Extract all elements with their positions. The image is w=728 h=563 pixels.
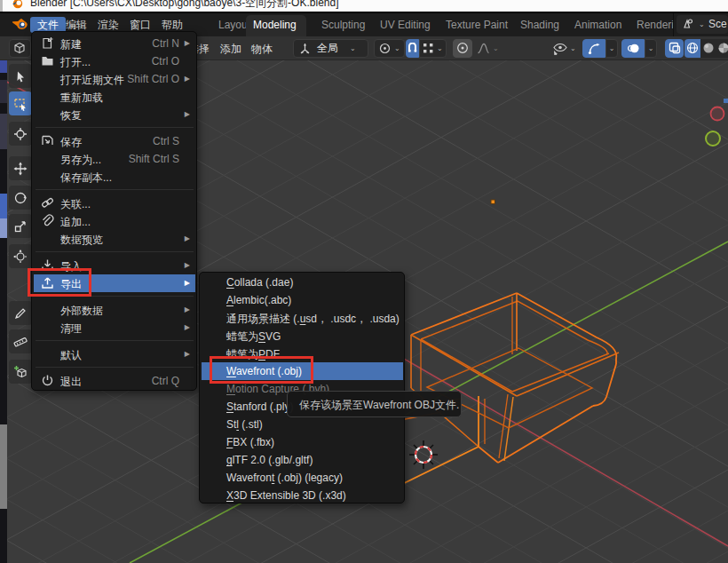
export-submenu-item-3[interactable]: 蜡笔为SVG [202, 327, 403, 345]
file-menu-item-7[interactable]: 另存为...Shift Ctrl S [34, 150, 195, 168]
annotate-tool[interactable] [9, 301, 32, 325]
file-menu-item-20[interactable]: 默认▶ [34, 345, 195, 363]
file-menu-item-2[interactable]: 打开近期文件Shift Ctrl O▶ [34, 70, 195, 88]
transform-tool-icon [13, 250, 28, 264]
gizmo-axis-x[interactable] [711, 107, 724, 121]
add-cube-tool[interactable] [9, 360, 32, 384]
overlays-icon [627, 42, 640, 55]
proportional-editing-toggle[interactable] [453, 39, 472, 58]
menu-separator [36, 189, 194, 190]
move-tool-icon [13, 162, 28, 176]
file-menu-item-12[interactable]: 数据预览▶ [34, 230, 195, 248]
file-menu-item-18[interactable]: 清理▶ [34, 319, 195, 337]
open-folder-icon [41, 54, 55, 68]
menu-add[interactable]: 添加 [220, 42, 241, 57]
workspace-tab-uv-editing[interactable]: UV Editing [380, 13, 431, 36]
file-menu-item-11[interactable]: 追加... [34, 212, 195, 230]
cursor-tool[interactable] [9, 122, 32, 146]
submenu-arrow-icon: ▶ [185, 110, 190, 118]
file-menu-item-10[interactable]: 关联... [34, 194, 195, 212]
xray-toggle[interactable] [665, 39, 684, 58]
export-submenu-item-2[interactable]: 通用场景描述 (.usd， .usdc， .usda) [202, 309, 403, 327]
link-icon [41, 196, 55, 210]
object-visibility-dropdown[interactable]: ⌄ [551, 39, 581, 58]
blender-app-icon[interactable] [12, 17, 28, 36]
workspace-tab-animation[interactable]: Animation [574, 13, 621, 36]
rotate-tool[interactable] [9, 186, 32, 210]
box-select-tool[interactable] [9, 91, 32, 115]
file-menu-item-0[interactable]: 新建Ctrl N▶ [34, 35, 195, 52]
transform-orientation-dropdown[interactable]: 全局 ⌄ [293, 39, 368, 58]
workspace-tab-modeling[interactable]: Modeling [253, 13, 297, 36]
export-submenu-item-11[interactable]: Wavefront (.obj) (legacy) [202, 469, 403, 487]
tooltip: 保存该场景至Wavefront OBJ文件. [287, 391, 462, 417]
file-menu-item-8[interactable]: 保存副本... [34, 168, 195, 186]
window-border [0, 12, 728, 13]
snap-toggle[interactable] [406, 39, 419, 58]
chevron-down-icon: ⌄ [434, 44, 446, 52]
export-submenu-item-12[interactable]: X3D Extensible 3D (.x3d) [202, 487, 403, 504]
snap-mode-dropdown[interactable]: ⌄ [419, 39, 447, 58]
window-titlebar: Blender [C:\Users\CX\Desktop\gong\baoye\… [0, 0, 728, 12]
chevron-down-icon: ⌄ [490, 44, 502, 52]
file-menu-item-1[interactable]: 打开...Ctrl O [34, 52, 195, 70]
file-menu-item-4[interactable]: 恢复▶ [34, 106, 195, 123]
chevron-down-icon: ⌄ [347, 44, 359, 52]
annotate-tool-icon [13, 306, 28, 321]
paperclip-icon [41, 214, 55, 228]
new-file-icon [41, 36, 55, 51]
magnet-icon [407, 43, 418, 54]
gizmos-toggle[interactable] [582, 39, 605, 58]
move-tool[interactable] [9, 156, 32, 180]
submenu-arrow-icon: ▶ [185, 75, 190, 83]
tweak-tool[interactable] [9, 64, 32, 88]
export-submenu: Collada (.dae)Alembic(.abc)通用场景描述 (.usd，… [199, 272, 405, 504]
editor-type-button[interactable] [9, 39, 31, 58]
file-menu-item-22[interactable]: 退出Ctrl Q [34, 372, 195, 390]
falloff-dropdown[interactable]: ⌄ [474, 39, 502, 58]
gizmos-dropdown[interactable]: ⌄ [605, 39, 618, 58]
file-menu-item-17[interactable]: 外部数据▶ [34, 301, 195, 319]
blender-logo-icon [12, 0, 24, 12]
gizmo-fragment [724, 99, 728, 103]
scale-tool[interactable] [9, 214, 32, 238]
pivot-point-dropdown[interactable]: ⌄ [374, 39, 405, 58]
submenu-arrow-icon: ▶ [185, 39, 190, 47]
workspace-tab-renderi[interactable]: Renderi [637, 13, 674, 36]
file-menu-item-3[interactable]: 重新加载 [34, 88, 195, 106]
file-menu: 新建Ctrl N▶打开...Ctrl O打开近期文件Shift Ctrl O▶重… [31, 31, 197, 391]
menu-separator [36, 127, 194, 128]
editor-3d-viewport-icon [12, 41, 27, 55]
workspace-tab-sculpting[interactable]: Sculpting [321, 13, 365, 36]
window-title: Blender [C:\Users\CX\Desktop\gong\baoye\… [30, 0, 338, 11]
eye-cursor-icon [552, 42, 567, 55]
scene-selector[interactable]: ⌄ Sce [677, 15, 728, 34]
transform-tool[interactable] [9, 244, 32, 268]
export-submenu-item-10[interactable]: glTF 2.0 (.glb/.gltf) [202, 451, 403, 469]
falloff-curve-icon [477, 42, 490, 55]
workspace-tab-shading[interactable]: Shading [520, 13, 559, 36]
shading-wireframe-button[interactable] [684, 39, 700, 58]
annotation-rect-wavefront [210, 356, 313, 384]
export-submenu-item-8[interactable]: Stl (.stl) [202, 416, 403, 433]
measure-tool[interactable] [9, 329, 32, 353]
origin-point [491, 200, 495, 204]
menu-object[interactable]: 物体 [251, 42, 273, 57]
workspace-tab-texture-paint[interactable]: Texture Paint [446, 13, 508, 36]
export-submenu-item-9[interactable]: FBX (.fbx) [202, 433, 403, 451]
add-cube-tool-icon [13, 365, 28, 379]
shading-material-button[interactable] [716, 39, 728, 58]
chevron-down-icon: ⌄ [696, 20, 708, 28]
pivot-icon [378, 42, 392, 55]
background-window-sliver [0, 60, 7, 563]
overlays-toggle[interactable] [621, 39, 645, 58]
shading-solid-button[interactable] [700, 39, 716, 58]
file-menu-item-6[interactable]: 保存Ctrl S [34, 132, 195, 150]
export-submenu-item-1[interactable]: Alembic(.abc) [202, 291, 403, 309]
chevron-down-icon: ⌄ [567, 44, 579, 52]
overlays-dropdown[interactable]: ⌄ [645, 39, 657, 58]
scene-icon [680, 17, 694, 35]
shading-mode-group [684, 39, 728, 58]
gizmo-axis-y[interactable] [706, 131, 720, 146]
export-submenu-item-0[interactable]: Collada (.dae) [202, 274, 403, 291]
